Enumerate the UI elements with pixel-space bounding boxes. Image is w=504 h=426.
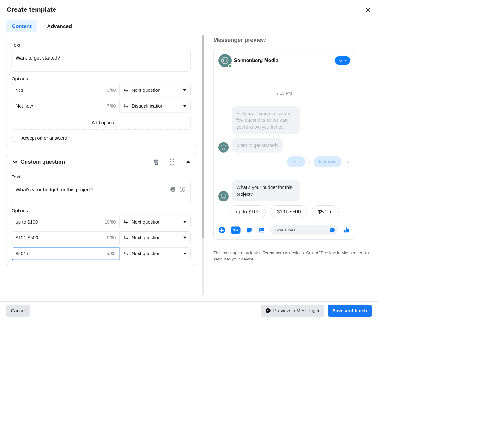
trash-icon[interactable]: [153, 159, 159, 165]
option-text-input[interactable]: $501+ 5/80: [12, 248, 120, 260]
option-action-select[interactable]: Next question: [120, 231, 191, 244]
option-value: $501+: [16, 251, 29, 256]
q2-choice-3[interactable]: $501+: [312, 205, 339, 218]
image-icon[interactable]: [258, 227, 265, 234]
svg-point-6: [221, 145, 226, 150]
option-row: $501+ 5/80 Next question: [12, 248, 191, 260]
option-action-label: Next question: [132, 219, 161, 225]
q2-choice-1[interactable]: up to $100: [230, 205, 266, 218]
option-row: up to $100 10/80 Next question: [12, 216, 191, 228]
option-row: $101-$500 9/80 Next question: [12, 231, 191, 244]
option-value: up to $100: [16, 219, 38, 225]
chip-separator: /: [309, 160, 310, 165]
scrollbar-thumb[interactable]: [202, 35, 204, 238]
flow-arrow-icon: [123, 88, 129, 93]
edit-icon[interactable]: [346, 160, 350, 164]
emoji-icon[interactable]: [170, 186, 176, 193]
brand-avatar-small: [218, 142, 229, 153]
add-option-button[interactable]: + Add option: [12, 116, 191, 130]
custom-question-title: Custom question: [20, 159, 65, 165]
text-label: Text: [12, 42, 191, 48]
char-counter: 5/80: [107, 251, 116, 256]
text-aa-icon: [12, 159, 17, 165]
messenger-icon: [265, 308, 271, 313]
text-label: Text: [12, 174, 191, 179]
caret-down-icon: [183, 221, 186, 223]
option-value: $101-$500: [16, 235, 38, 241]
option-value: Yes: [16, 88, 23, 93]
svg-point-12: [331, 229, 332, 230]
verify-pill[interactable]: [335, 56, 350, 65]
add-circle-icon[interactable]: [218, 227, 226, 234]
tab-content[interactable]: Content: [6, 20, 37, 32]
option-action-label: Next question: [132, 251, 161, 256]
emoji-icon[interactable]: [329, 227, 335, 233]
svg-point-5: [221, 57, 228, 64]
save-button[interactable]: Save and finish: [328, 305, 372, 317]
accept-other-label: Accept other answers: [21, 135, 67, 141]
intro-bubble: Hi Anna. Please answer a few questions s…: [232, 106, 300, 134]
option-action-label: Next question: [132, 235, 161, 241]
custom-question-header: Custom question: [6, 154, 196, 169]
flow-arrow-icon: [123, 103, 129, 109]
option-action-select[interactable]: Disqualification: [120, 100, 191, 113]
option-text-input[interactable]: Not now 7/80: [12, 100, 120, 113]
sticker-icon[interactable]: [246, 227, 253, 234]
option-action-label: Disqualification: [132, 103, 163, 109]
char-counter: 3/80: [107, 88, 116, 93]
option-text-input[interactable]: up to $100 10/80: [12, 216, 120, 228]
svg-point-4: [182, 188, 183, 190]
q2-choice-2[interactable]: $101-$500: [271, 205, 307, 218]
page-title: Create template: [7, 6, 371, 13]
question1-text-input[interactable]: Want to get started?: [12, 50, 191, 72]
svg-point-0: [170, 187, 175, 192]
close-icon[interactable]: ✕: [365, 6, 371, 15]
char-counter: 10/80: [105, 219, 116, 225]
flow-arrow-icon: [123, 219, 129, 225]
options-label: Options: [12, 208, 191, 213]
cancel-button[interactable]: Cancel: [6, 305, 31, 317]
composer-input[interactable]: Type a mes…: [270, 225, 338, 235]
preview-in-messenger-button[interactable]: Preview in Messenger: [261, 305, 324, 317]
gif-icon[interactable]: GIF: [231, 227, 241, 234]
option-action-select[interactable]: Next question: [120, 84, 191, 96]
scrollbar-track[interactable]: [202, 35, 204, 296]
avatar-logo-icon: [221, 56, 229, 65]
caret-down-icon: [345, 60, 347, 61]
caret-down-icon: [183, 253, 186, 255]
question2-text-input[interactable]: What's your budget for this project?: [12, 182, 191, 203]
accept-other-checkbox[interactable]: [12, 135, 18, 142]
like-icon[interactable]: [343, 227, 350, 234]
presence-dot-icon: [228, 64, 232, 68]
svg-point-1: [172, 189, 172, 189]
caret-down-icon: [183, 89, 186, 91]
char-counter: 9/80: [107, 235, 116, 241]
question-card-1: Text Want to get started? Options Yes 3/…: [6, 37, 196, 148]
timestamp: 7:18 PM: [218, 91, 350, 96]
option-row: Not now 7/80 Disqualification: [12, 100, 191, 113]
option-action-select[interactable]: Next question: [120, 216, 191, 228]
person-tag-icon[interactable]: [179, 186, 186, 193]
svg-point-2: [174, 189, 174, 189]
char-counter: 7/80: [107, 103, 116, 109]
svg-point-7: [221, 194, 226, 199]
svg-point-11: [330, 228, 335, 232]
brand-name: Sonnenberg Media: [234, 58, 278, 63]
svg-point-10: [260, 229, 261, 230]
option-text-input[interactable]: Yes 3/80: [12, 84, 120, 96]
option-text-input[interactable]: $101-$500 9/80: [12, 231, 120, 244]
preview-note: This message may look different across d…: [213, 249, 370, 262]
options-label: Options: [12, 76, 191, 82]
check-icon: [338, 58, 343, 63]
chevron-up-icon[interactable]: [186, 160, 191, 163]
tab-advanced[interactable]: Advanced: [41, 20, 77, 32]
flow-arrow-icon: [123, 251, 129, 256]
q1-chip-yes[interactable]: Yes: [287, 156, 305, 167]
option-action-select[interactable]: Next question: [120, 248, 191, 260]
q1-chip-notnow[interactable]: Not now: [314, 156, 341, 167]
tabs: Content Advanced: [0, 14, 378, 32]
drag-handle-icon[interactable]: [170, 159, 175, 165]
flow-arrow-icon: [123, 235, 129, 241]
footer: Cancel Preview in Messenger Save and fin…: [0, 301, 378, 319]
q1-bubble: Want to get started?: [232, 138, 284, 153]
